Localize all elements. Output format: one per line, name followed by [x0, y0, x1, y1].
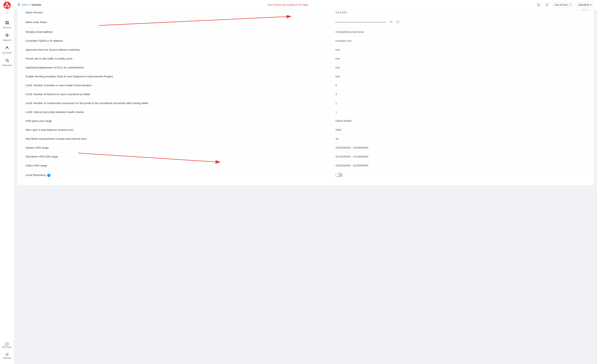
token-dots: ••••••••••••••••••••••••••••••••••••••••…: [335, 21, 387, 23]
settings-row: L4LB: Number of probes in each health ch…: [24, 81, 587, 90]
settings-row: Enable Sending Analytics Data & User Exp…: [24, 72, 587, 81]
tenant-value: netris@All: [578, 3, 589, 6]
svg-point-0: [3, 2, 11, 9]
sidebar-item-accounts[interactable]: Accounts: [0, 44, 14, 56]
setting-value: true: [334, 63, 587, 72]
sidebar-bottom: {} API Docs Settings: [0, 340, 14, 364]
sidebar-item-api-docs-label: API Docs: [2, 346, 12, 348]
setting-key: System ASN range: [24, 143, 334, 152]
setting-key: K8s Layer 4 load-balancer timeout (ms): [24, 126, 334, 134]
svg-point-17: [7, 60, 8, 61]
setting-key: L4LB: Interval (seconds) between health …: [24, 108, 334, 117]
sidebar-collapse-btn[interactable]: [5, 10, 9, 15]
setting-value: example.com: [334, 37, 587, 45]
setting-key: Netris Auth Token: [24, 17, 334, 28]
svg-point-19: [7, 354, 8, 355]
topbar-right: Last 24 hour netris@All ▾: [535, 2, 594, 8]
svg-rect-20: [18, 4, 20, 6]
breadcrumb: Netris / General: [17, 3, 41, 7]
svg-point-1: [6, 3, 8, 4]
breadcrumb-app[interactable]: Netris: [22, 3, 28, 6]
settings-icon: [5, 353, 9, 357]
sidebar-item-telescope[interactable]: Telescope: [0, 56, 14, 68]
setting-value: 5: [334, 81, 587, 90]
setting-value: 59000-60999: [334, 117, 587, 126]
services-icon: [5, 21, 9, 26]
sidebar: Services Network Accounts Telescope {} A…: [0, 0, 14, 364]
settings-row: VPN peers port range59000-60999: [24, 117, 587, 126]
setting-value: ••••••••••••••••••••••••••••••••••••••••…: [334, 17, 587, 28]
sidebar-item-network-label: Network: [3, 39, 11, 41]
svg-rect-9: [6, 23, 7, 24]
home-icon: [17, 3, 20, 7]
setting-value: 1: [334, 99, 587, 108]
settings-row: System ASN range4200000000 - 4209999999: [24, 143, 587, 152]
setting-value: true: [334, 45, 587, 54]
settings-row: L4LB: Number of failures to mark a backe…: [24, 90, 587, 99]
setting-key: Noreply email address: [24, 28, 334, 37]
info-icon[interactable]: i: [47, 174, 50, 177]
toggle-switch[interactable]: [335, 173, 343, 177]
setting-key: Optimized deployment of ACLs for subinte…: [24, 63, 334, 72]
toggle-thumb: [336, 173, 339, 176]
main-content: Edit Netris Version4.4.0-021Netris Auth …: [14, 0, 597, 364]
sidebar-item-services-label: Services: [3, 26, 11, 29]
svg-rect-14: [7, 33, 8, 37]
sidebar-item-settings[interactable]: Settings: [0, 351, 14, 361]
setting-key: VPN peers port range: [24, 117, 334, 126]
breadcrumb-current: General: [31, 3, 41, 6]
settings-table: Netris Version4.4.0-021Netris Auth Token…: [24, 8, 587, 180]
sidebar-item-api-docs[interactable]: {} API Docs: [0, 340, 14, 350]
token-visibility-btn[interactable]: [389, 20, 393, 24]
svg-rect-11: [5, 35, 9, 35]
network-icon: [5, 33, 9, 38]
refresh-btn[interactable]: [544, 2, 550, 8]
api-docs-icon: {}: [5, 342, 9, 346]
sidebar-item-services[interactable]: Services: [0, 19, 14, 31]
settings-row: Calico ASN range4230000000 - 4239999999: [24, 161, 587, 170]
svg-rect-8: [7, 21, 9, 23]
settings-row: L4LB: Number of consecutive successes fo…: [24, 99, 587, 108]
sidebar-item-network[interactable]: Network: [0, 31, 14, 43]
topbar: Netris / General Your license key expire…: [14, 0, 597, 10]
setting-key: Local Repositoryi: [24, 170, 334, 181]
tenant-select[interactable]: netris@All ▾: [576, 3, 594, 7]
setting-key: Enable Sending Analytics Data & User Exp…: [24, 72, 334, 81]
accounts-icon: [5, 46, 9, 51]
telescope-icon: [5, 58, 9, 63]
time-range-select[interactable]: Last 24 hour: [552, 3, 573, 7]
setting-value: 3: [334, 90, 587, 99]
setting-value: 30: [334, 134, 587, 143]
setting-key: L4LB: Number of probes in each health ch…: [24, 81, 334, 90]
notifications-btn[interactable]: [535, 2, 542, 8]
svg-rect-13: [7, 33, 7, 37]
settings-row: Local Repositoryi: [24, 170, 587, 181]
settings-row: L4LB: Interval (seconds) between health …: [24, 108, 587, 117]
setting-value[interactable]: [334, 170, 587, 181]
svg-rect-12: [5, 35, 9, 36]
setting-key: Site Mesh measurement module wait interv…: [24, 134, 334, 143]
setting-value: 4230000000 - 4239999999: [334, 161, 587, 170]
license-warning: Your license key expires in 31 days.: [41, 3, 536, 6]
breadcrumb-sep: /: [30, 3, 30, 6]
setting-value: noreply@example.local: [334, 28, 587, 37]
setting-key: L4LB: Number of failures to mark a backe…: [24, 90, 334, 99]
settings-row: Site Mesh VPN ASN range4210000000 - 4219…: [24, 152, 587, 161]
tenant-chevron: ▾: [590, 3, 591, 6]
settings-row: Permit site to site traffic on public po…: [24, 54, 587, 63]
time-range-value: Last 24 hour: [554, 3, 568, 6]
setting-key: Permit site to site traffic on public po…: [24, 54, 334, 63]
settings-row: Noreply email addressnoreply@example.loc…: [24, 28, 587, 37]
app-logo[interactable]: [3, 2, 11, 9]
settings-row: Site Mesh measurement module wait interv…: [24, 134, 587, 143]
setting-key: Controller FQDN or IP address: [24, 37, 334, 45]
setting-key: Site Mesh VPN ASN range: [24, 152, 334, 161]
svg-rect-7: [6, 21, 7, 23]
svg-rect-10: [7, 23, 9, 24]
settings-row: Optimized deployment of ACLs for subinte…: [24, 63, 587, 72]
setting-key: Approval check for source address matchi…: [24, 45, 334, 54]
svg-point-29: [391, 22, 392, 22]
sidebar-item-accounts-label: Accounts: [2, 51, 12, 54]
settings-row: Approval check for source address matchi…: [24, 45, 587, 54]
token-copy-btn[interactable]: [396, 20, 400, 24]
